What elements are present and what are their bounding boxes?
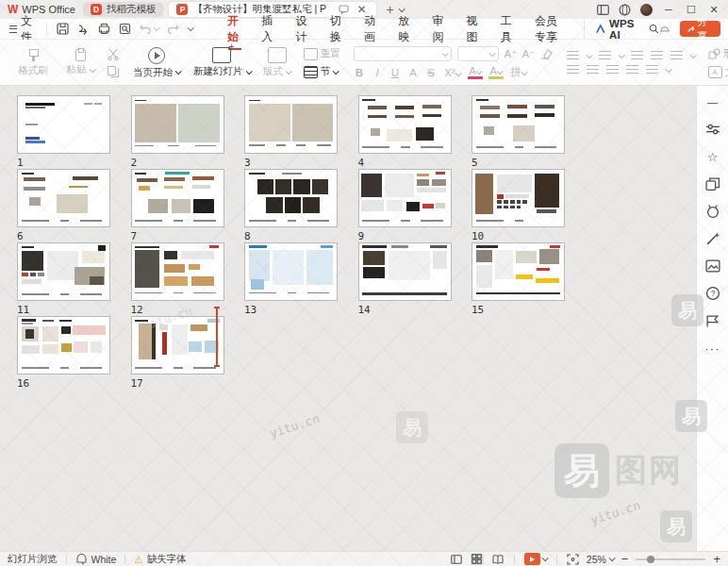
properties-sliders-icon[interactable] bbox=[705, 122, 720, 137]
cut-icon[interactable] bbox=[107, 48, 120, 60]
tab-view[interactable]: 视图 bbox=[458, 11, 490, 47]
search-icon[interactable] bbox=[649, 23, 659, 35]
justify-icon[interactable] bbox=[626, 65, 638, 75]
share-button[interactable]: 分享 bbox=[680, 21, 720, 37]
tab-docer-template[interactable]: D 找稻壳模板 bbox=[83, 2, 164, 17]
slide-sorter-canvas[interactable]: 1234567891011121314151617 bbox=[0, 86, 696, 551]
animation-pane-icon[interactable] bbox=[705, 176, 720, 191]
decrease-indent-icon[interactable] bbox=[631, 51, 643, 60]
superscript-button[interactable]: X² bbox=[443, 67, 462, 78]
fit-to-window-icon[interactable] bbox=[567, 554, 579, 565]
strikethrough-button[interactable]: S bbox=[425, 67, 438, 78]
slide-thumbnail[interactable] bbox=[472, 242, 565, 301]
text-direction-icon[interactable] bbox=[670, 51, 683, 60]
tab-design[interactable]: 设计 bbox=[287, 11, 319, 47]
layout-toggle-icon[interactable] bbox=[597, 5, 609, 15]
tab-slideshow[interactable]: 放映 bbox=[389, 11, 422, 47]
app-logo[interactable]: W WPS Office bbox=[4, 3, 83, 16]
save-icon[interactable] bbox=[57, 23, 69, 35]
shapes-button[interactable]: 形状 bbox=[708, 47, 728, 60]
slide-thumbnail[interactable] bbox=[17, 169, 110, 227]
slide-thumbnail[interactable] bbox=[131, 95, 224, 154]
slide-thumbnail[interactable] bbox=[472, 95, 565, 154]
collapse-sidebar-handle[interactable]: — bbox=[705, 94, 720, 109]
slide-thumbnail[interactable] bbox=[244, 169, 338, 227]
increase-font-button[interactable]: A⁺ bbox=[505, 47, 517, 60]
bold-button[interactable]: B bbox=[354, 67, 366, 78]
line-spacing-chevron-icon[interactable] bbox=[665, 66, 671, 73]
clear-format-icon[interactable] bbox=[540, 49, 554, 59]
new-slide-button[interactable]: 新建幻灯片 bbox=[193, 47, 251, 78]
tab-tools[interactable]: 工具 bbox=[492, 11, 524, 47]
zoom-slider-thumb[interactable] bbox=[647, 556, 654, 563]
slide-thumbnail[interactable] bbox=[17, 95, 110, 154]
slide-thumbnail[interactable] bbox=[472, 169, 565, 227]
export-icon[interactable] bbox=[77, 23, 90, 35]
slide-layout-button[interactable]: 版式 bbox=[256, 47, 298, 78]
slide-thumbnail[interactable] bbox=[358, 242, 452, 301]
align-center-icon[interactable] bbox=[587, 65, 599, 75]
bullet-chevron-icon[interactable] bbox=[586, 52, 592, 58]
italic-button[interactable]: I bbox=[372, 67, 384, 78]
underline-button[interactable]: U bbox=[389, 67, 402, 78]
char-format-button[interactable]: A bbox=[407, 67, 420, 78]
normal-view-button[interactable] bbox=[450, 554, 463, 565]
increase-indent-icon[interactable] bbox=[651, 51, 663, 60]
docer-resource-icon[interactable] bbox=[705, 204, 720, 219]
font-name-select[interactable] bbox=[354, 46, 452, 61]
zoom-slider[interactable] bbox=[636, 558, 705, 560]
zoom-out-button[interactable]: − bbox=[621, 552, 629, 566]
maximize-icon[interactable]: ☐ bbox=[685, 4, 698, 16]
tab-home[interactable]: 开始 bbox=[219, 11, 251, 47]
highlight-color-button[interactable]: A bbox=[488, 65, 504, 79]
feedback-icon[interactable] bbox=[705, 313, 720, 328]
slide-thumbnail[interactable] bbox=[131, 316, 224, 375]
tab-transition[interactable]: 切换 bbox=[322, 11, 354, 47]
globe-icon[interactable] bbox=[619, 4, 631, 16]
textbox-button[interactable]: A 文本框 bbox=[708, 66, 728, 79]
slide-sorter-view-button[interactable] bbox=[471, 554, 484, 565]
align-right-icon[interactable] bbox=[606, 65, 619, 75]
tab-animation[interactable]: 动画 bbox=[356, 11, 388, 47]
favorites-star-icon[interactable]: ☆ bbox=[705, 149, 720, 164]
numbered-list-icon[interactable] bbox=[599, 51, 611, 60]
slide-thumbnail[interactable] bbox=[17, 242, 110, 301]
slide-thumbnail[interactable] bbox=[358, 169, 452, 227]
format-painter-button[interactable]: 格式刷 bbox=[12, 49, 54, 77]
font-color-button[interactable]: A bbox=[468, 65, 483, 79]
print-icon[interactable] bbox=[98, 23, 110, 35]
slide-thumbnail[interactable] bbox=[244, 242, 338, 301]
helmet-icon[interactable] bbox=[659, 24, 670, 35]
missing-font-label[interactable]: 缺失字体 bbox=[147, 553, 187, 566]
line-spacing-icon[interactable] bbox=[646, 65, 658, 75]
user-avatar[interactable] bbox=[640, 4, 653, 16]
font-size-select[interactable] bbox=[457, 46, 499, 61]
play-slideshow-button[interactable] bbox=[524, 553, 547, 565]
zoom-in-button[interactable]: + bbox=[713, 552, 720, 566]
undo-button[interactable] bbox=[140, 24, 158, 34]
smart-beautify-wand-icon[interactable] bbox=[705, 231, 720, 246]
image-library-icon[interactable] bbox=[705, 258, 720, 274]
redo-button[interactable] bbox=[167, 24, 179, 34]
paste-button[interactable]: 粘贴 bbox=[59, 49, 101, 76]
minimize-icon[interactable]: ─ bbox=[662, 4, 675, 15]
tab-member[interactable]: 会员专享 bbox=[526, 11, 573, 47]
file-menu-button[interactable]: 文件 bbox=[8, 23, 47, 36]
phonetic-guide-button[interactable]: 拼 bbox=[509, 65, 528, 79]
quickbar-more-chevron-icon[interactable] bbox=[188, 25, 194, 31]
copy-icon[interactable] bbox=[107, 65, 120, 78]
slide-thumbnail[interactable] bbox=[358, 95, 452, 154]
bullet-list-icon[interactable] bbox=[567, 51, 579, 60]
help-icon[interactable]: ? bbox=[705, 286, 720, 301]
numbered-chevron-icon[interactable] bbox=[618, 52, 624, 58]
text-direction-chevron-icon[interactable] bbox=[689, 52, 696, 58]
tab-review[interactable]: 审阅 bbox=[423, 11, 455, 47]
section-button[interactable]: 节 bbox=[304, 65, 340, 78]
tab-insert[interactable]: 插入 bbox=[253, 11, 285, 47]
slide-thumbnail[interactable] bbox=[244, 95, 338, 154]
slide-thumbnail[interactable] bbox=[17, 316, 110, 375]
reset-slide-button[interactable]: 重置 bbox=[304, 47, 340, 60]
slide-thumbnail[interactable] bbox=[131, 169, 224, 227]
align-left-icon[interactable] bbox=[567, 65, 579, 75]
more-tools-icon[interactable]: ··· bbox=[705, 341, 720, 356]
